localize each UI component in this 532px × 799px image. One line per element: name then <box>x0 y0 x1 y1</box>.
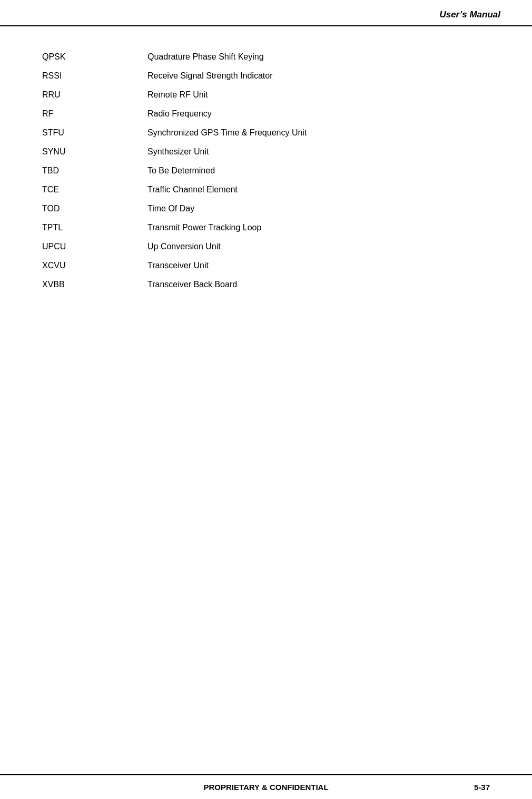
abbreviation-code: QPSK <box>42 47 147 66</box>
abbreviation-table: QPSKQuadrature Phase Shift KeyingRSSIRec… <box>42 47 490 294</box>
abbreviation-definition: Time Of Day <box>147 199 490 218</box>
abbreviation-code: TPTL <box>42 218 147 237</box>
abbreviation-code: RSSI <box>42 66 147 85</box>
footer-label: PROPRIETARY & CONFIDENTIAL <box>84 783 448 792</box>
table-row: UPCUUp Conversion Unit <box>42 237 490 256</box>
table-row: RRURemote RF Unit <box>42 85 490 104</box>
abbreviation-definition: Receive Signal Strength Indicator <box>147 66 490 85</box>
main-content: QPSKQuadrature Phase Shift KeyingRSSIRec… <box>0 26 532 336</box>
table-row: RSSIReceive Signal Strength Indicator <box>42 66 490 85</box>
header-title: User’s Manual <box>439 9 500 20</box>
abbreviation-code: TOD <box>42 199 147 218</box>
abbreviation-definition: Transceiver Back Board <box>147 275 490 294</box>
abbreviation-definition: Synchronized GPS Time & Frequency Unit <box>147 123 490 142</box>
table-row: TCETraffic Channel Element <box>42 180 490 199</box>
table-row: STFUSynchronized GPS Time & Frequency Un… <box>42 123 490 142</box>
abbreviation-definition: Radio Frequency <box>147 104 490 123</box>
page-footer: PROPRIETARY & CONFIDENTIAL 5-37 <box>0 774 532 799</box>
abbreviation-code: TBD <box>42 161 147 180</box>
table-row: XCVUTransceiver Unit <box>42 256 490 275</box>
abbreviation-definition: Transmit Power Tracking Loop <box>147 218 490 237</box>
table-row: QPSKQuadrature Phase Shift Keying <box>42 47 490 66</box>
abbreviation-definition: Synthesizer Unit <box>147 142 490 161</box>
abbreviation-code: RF <box>42 104 147 123</box>
table-row: XVBBTransceiver Back Board <box>42 275 490 294</box>
footer-page-number: 5-37 <box>448 783 490 792</box>
abbreviation-definition: Remote RF Unit <box>147 85 490 104</box>
table-row: TPTLTransmit Power Tracking Loop <box>42 218 490 237</box>
abbreviation-code: XCVU <box>42 256 147 275</box>
table-row: TODTime Of Day <box>42 199 490 218</box>
table-row: RFRadio Frequency <box>42 104 490 123</box>
abbreviation-code: XVBB <box>42 275 147 294</box>
abbreviation-code: RRU <box>42 85 147 104</box>
page-header: User’s Manual <box>0 0 532 26</box>
abbreviation-definition: Quadrature Phase Shift Keying <box>147 47 490 66</box>
abbreviation-definition: Transceiver Unit <box>147 256 490 275</box>
abbreviation-definition: Traffic Channel Element <box>147 180 490 199</box>
table-row: SYNUSynthesizer Unit <box>42 142 490 161</box>
abbreviation-code: TCE <box>42 180 147 199</box>
abbreviation-definition: Up Conversion Unit <box>147 237 490 256</box>
table-row: TBDTo Be Determined <box>42 161 490 180</box>
abbreviation-code: STFU <box>42 123 147 142</box>
abbreviation-code: UPCU <box>42 237 147 256</box>
abbreviation-definition: To Be Determined <box>147 161 490 180</box>
abbreviation-code: SYNU <box>42 142 147 161</box>
